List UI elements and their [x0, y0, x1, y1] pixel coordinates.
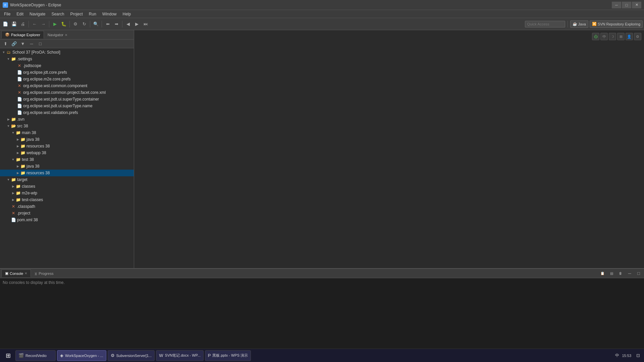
expand-resources-main-arrow[interactable]: ▶	[15, 144, 20, 148]
rt-grid-btn[interactable]: ⊞	[617, 33, 625, 40]
print-button[interactable]: 🖨	[19, 20, 27, 28]
navigate-last-button[interactable]: ⏭	[142, 20, 150, 28]
panel-maximize-button[interactable]: □	[36, 40, 44, 48]
expand-m2e-arrow[interactable]: ▶	[11, 191, 15, 195]
expand-school-arrow[interactable]: ▼	[1, 50, 6, 55]
bottom-panel-maximize[interactable]: □	[635, 269, 643, 278]
new-button[interactable]: 📄	[1, 20, 9, 28]
tree-item-m2e-prefs[interactable]: 📄 org.eclipse.m2e.core.prefs	[0, 76, 134, 82]
minimize-button[interactable]: ─	[612, 2, 621, 8]
menu-file[interactable]: File	[1, 11, 13, 17]
menu-window[interactable]: Window	[100, 11, 119, 17]
svn-perspective-button[interactable]: 🔀 SVN Repository Exploring	[590, 20, 643, 28]
tree-item-project-file[interactable]: ✕ .project	[0, 210, 134, 217]
panel-minimize-button[interactable]: ─	[28, 40, 36, 48]
forward-button[interactable]: →	[39, 20, 47, 28]
tree-item-classpath[interactable]: ✕ .classpath	[0, 203, 134, 210]
tree-item-java-test[interactable]: ▶ 📁 java 38	[0, 163, 134, 170]
taskbar-app-eclipse[interactable]: ◈ WorkSpaceOxygen - ...	[57, 350, 106, 361]
tree-view[interactable]: ▼ 🗂 School 37 [ProOA: School] ▼ 📁 .setti…	[0, 48, 134, 268]
expand-webapp-main-arrow[interactable]: ▶	[15, 150, 20, 155]
menu-help[interactable]: Help	[120, 11, 134, 17]
rt-settings-btn[interactable]: ⚙	[634, 33, 641, 40]
tree-item-pom[interactable]: 📄 pom.xml 38	[0, 217, 134, 223]
navigate-forward-button[interactable]: ▶	[133, 20, 141, 28]
language-button[interactable]: 中	[615, 353, 619, 358]
show-desktop-button[interactable]: ⊡	[634, 352, 642, 360]
expand-main-arrow[interactable]: ▼	[11, 130, 15, 135]
tree-item-jdt-prefs[interactable]: 📄 org.eclipse.jdt.core.prefs	[0, 69, 134, 76]
debug-button[interactable]: 🐛	[60, 20, 68, 28]
build-button[interactable]: ⚙	[71, 20, 79, 28]
tree-item-settings[interactable]: ▼ 📁 .settings	[0, 56, 134, 62]
menu-search[interactable]: Search	[49, 11, 67, 17]
expand-settings-arrow[interactable]: ▼	[6, 57, 11, 61]
tree-item-svn[interactable]: ▶ 📁 .svn	[0, 116, 134, 123]
console-close-icon[interactable]: ✕	[24, 272, 27, 275]
collapse-all-button[interactable]: ⬆	[1, 40, 9, 48]
quick-access-input[interactable]	[525, 21, 565, 27]
navigate-back-button[interactable]: ◀	[124, 20, 132, 28]
tab-navigator[interactable]: Navigator ✕	[44, 31, 71, 38]
tree-item-test-classes[interactable]: ▶ 📁 test-classes	[0, 196, 134, 203]
tree-item-wst-facet[interactable]: ✕ org.eclipse.wst.common.project.facet.c…	[0, 89, 134, 96]
console-new-btn[interactable]: 📋	[598, 269, 606, 278]
tree-item-src[interactable]: ▼ 📂 src 38	[0, 123, 134, 129]
tree-item-wst-component[interactable]: ✕ org.eclipse.wst.common.component	[0, 82, 134, 89]
start-button[interactable]: ⊞	[2, 350, 14, 362]
menu-project[interactable]: Project	[67, 11, 85, 17]
expand-resources-test-arrow[interactable]: ▶	[15, 171, 20, 175]
expand-target-arrow[interactable]: ▼	[6, 177, 11, 182]
tree-item-java-main[interactable]: ▶ 📁 java 38	[0, 136, 134, 143]
back-button[interactable]: ←	[31, 20, 39, 28]
tree-item-resources-main[interactable]: ▶ 📁 resources 38	[0, 143, 134, 149]
tree-item-main[interactable]: ▼ 📁 main 38	[0, 129, 134, 136]
link-editor-button[interactable]: 🔗	[10, 40, 18, 48]
rt-user-btn[interactable]: 👤	[626, 33, 633, 40]
close-button[interactable]: ✕	[632, 2, 641, 8]
menu-edit[interactable]: Edit	[14, 11, 26, 17]
expand-classes-arrow[interactable]: ▶	[11, 184, 15, 189]
save-button[interactable]: 💾	[10, 20, 18, 28]
next-edit-button[interactable]: ➡	[112, 20, 120, 28]
tree-item-wst-super-container[interactable]: 📄 org.eclipse.wst.jsdt.ui.superType.cont…	[0, 96, 134, 103]
expand-java-main-arrow[interactable]: ▶	[15, 137, 20, 142]
taskbar-app-svnserver[interactable]: ⚙ SubversionServer[1...	[108, 350, 155, 361]
tab-package-explorer[interactable]: 📦 Package Explorer	[1, 31, 44, 39]
navigator-close-icon[interactable]: ✕	[65, 33, 67, 37]
previous-edit-button[interactable]: ⬅	[104, 20, 112, 28]
search-toolbar-button[interactable]: 🔍	[92, 20, 100, 28]
tab-console[interactable]: ▣ Console ✕	[1, 269, 31, 277]
maximize-button[interactable]: □	[622, 2, 631, 8]
tree-item-wst-validation[interactable]: 📄 org.eclipse.wst.validation.prefs	[0, 109, 134, 116]
menu-run[interactable]: Run	[86, 11, 99, 17]
tree-item-m2e-wtp[interactable]: ▶ 📁 m2e-wtp	[0, 190, 134, 196]
rt-power-btn[interactable]: ⏻	[592, 33, 599, 40]
taskbar-app-recordvedio[interactable]: 🎬 RecordVedio	[15, 350, 56, 361]
console-clear-btn[interactable]: 🗑	[616, 269, 625, 278]
view-menu-button[interactable]: ▼	[19, 40, 27, 48]
rt-zh-btn[interactable]: 中	[600, 33, 608, 40]
tab-progress[interactable]: ⧖ Progress	[31, 270, 57, 277]
expand-java-test-arrow[interactable]: ▶	[15, 164, 20, 169]
refresh-button[interactable]: ↻	[80, 20, 88, 28]
rt-moon-btn[interactable]: ☽	[609, 33, 616, 40]
tree-item-test[interactable]: ▼ 📁 test 38	[0, 156, 134, 163]
tree-item-wst-super-name[interactable]: 📄 org.eclipse.wst.jsdt.ui.superType.name	[0, 103, 134, 109]
tree-item-classes[interactable]: ▶ 📁 classes	[0, 183, 134, 190]
java-perspective-button[interactable]: ☕ Java	[570, 20, 588, 28]
console-display-btn[interactable]: ▤	[607, 269, 615, 278]
taskbar-app-wps-ppt[interactable]: P 黑板.pptx - WPS 演示	[205, 350, 251, 361]
tree-item-webapp-main[interactable]: ▶ 📁 webapp 38	[0, 149, 134, 156]
expand-test-classes-arrow[interactable]: ▶	[11, 197, 15, 202]
expand-svn-arrow[interactable]: ▶	[6, 117, 11, 122]
bottom-panel-minimize[interactable]: ─	[626, 269, 634, 278]
tree-item-target[interactable]: ▼ 📁 target	[0, 176, 134, 183]
run-button[interactable]: ▶	[51, 20, 59, 28]
taskbar-app-wps-word[interactable]: W SVN笔记.docx - WP...	[156, 350, 203, 361]
menu-navigate[interactable]: Navigate	[27, 11, 48, 17]
tree-item-resources-test[interactable]: ▶ 📁 resources 38	[0, 170, 134, 176]
expand-src-arrow[interactable]: ▼	[6, 124, 11, 128]
expand-test-arrow[interactable]: ▼	[11, 157, 15, 162]
tree-item-school[interactable]: ▼ 🗂 School 37 [ProOA: School]	[0, 49, 134, 56]
